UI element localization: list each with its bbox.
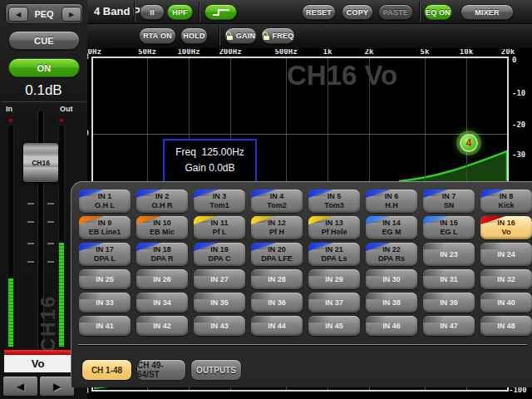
- channel-button[interactable]: IN 20 DPA LFE: [251, 243, 303, 266]
- out-meter-label: Out: [60, 105, 73, 113]
- channel-button[interactable]: IN 31: [423, 269, 475, 289]
- channel-on-button[interactable]: ON: [8, 58, 80, 77]
- cue-button[interactable]: CUE: [8, 31, 80, 50]
- channel-button[interactable]: IN 10 EB Mic: [136, 216, 188, 239]
- mixer-button[interactable]: MIXER: [461, 4, 514, 20]
- channel-id: IN 18: [153, 245, 171, 254]
- channel-id: IN 36: [268, 298, 286, 308]
- channel-id: IN 48: [497, 322, 515, 331]
- channel-id: IN 9: [98, 219, 112, 228]
- divider: [419, 2, 420, 22]
- hold-label: HOLD: [183, 32, 204, 40]
- eq-type-button[interactable]: [204, 4, 237, 20]
- divider: [78, 344, 527, 345]
- channel-button[interactable]: IN 34: [136, 293, 188, 313]
- channel-button[interactable]: IN 19 DPA C: [194, 243, 245, 266]
- channel-button[interactable]: IN 15 EG L: [423, 216, 475, 239]
- channel-id: IN 4: [270, 192, 284, 201]
- hpf-button[interactable]: HPF: [167, 4, 193, 20]
- channel-button[interactable]: IN 24: [480, 243, 532, 266]
- channel-button[interactable]: IN 3 Tom1: [194, 190, 245, 213]
- channel-button[interactable]: IN 8 Kick: [480, 190, 532, 213]
- channel-button[interactable]: IN 17 DPA L: [79, 243, 131, 266]
- channel-button[interactable]: IN 12 Pf H: [251, 216, 303, 239]
- channel-id: IN 26: [153, 275, 171, 284]
- copy-button[interactable]: COPY: [342, 4, 373, 20]
- bank-tab[interactable]: CH 49-64/ST: [136, 359, 186, 381]
- channel-button[interactable]: IN 35: [194, 293, 245, 313]
- channel-name: DPA L: [94, 254, 116, 264]
- channel-button[interactable]: IN 38: [366, 293, 417, 313]
- channel-button[interactable]: IN 14 EG M: [366, 216, 417, 239]
- channel-button[interactable]: IN 30: [366, 269, 417, 289]
- channel-button[interactable]: IN 7 SN: [423, 190, 475, 213]
- channel-name-tag: Vo: [4, 355, 71, 372]
- bank-tab[interactable]: CH 1-48: [81, 359, 132, 381]
- channel-button[interactable]: IN 43: [194, 316, 245, 336]
- next-screen-button[interactable]: ▶: [62, 7, 81, 22]
- channel-button[interactable]: IN 9 EB Line1: [79, 216, 131, 239]
- channel-button[interactable]: IN 33: [79, 293, 131, 313]
- fader-knob[interactable]: CH16: [23, 143, 58, 182]
- channel-button[interactable]: IN 18 DPA R: [136, 243, 188, 266]
- channel-button[interactable]: IN 26: [136, 269, 188, 289]
- channel-button[interactable]: IN 16 Vo: [480, 216, 532, 239]
- band-freq-value: Freq 125.00Hz: [175, 146, 244, 158]
- channel-id: IN 25: [96, 275, 114, 284]
- channel-button[interactable]: IN 36: [251, 293, 303, 313]
- band-info-box: Freq 125.00HzGain 0.0dB: [163, 139, 257, 185]
- fader-gain-value: 0.1dB: [0, 82, 87, 99]
- cue-label: CUE: [34, 36, 54, 46]
- channel-button[interactable]: IN 48: [480, 316, 532, 336]
- channel-id: IN 19: [210, 245, 229, 254]
- channel-id: IN 1: [98, 192, 112, 201]
- channel-id: IN 28: [268, 275, 286, 284]
- channel-button[interactable]: IN 21 DPA Ls: [308, 243, 360, 266]
- channel-button[interactable]: IN 39: [423, 293, 475, 313]
- channel-button[interactable]: IN 5 Tom3: [308, 190, 360, 213]
- reset-button[interactable]: RESET: [302, 4, 336, 20]
- channel-button[interactable]: IN 29: [308, 269, 360, 289]
- channel-button[interactable]: IN 11 Pf L: [194, 216, 245, 239]
- channel-button[interactable]: IN 13 Pf Hole: [308, 216, 360, 239]
- channel-watermark: CH16 Vo: [287, 60, 397, 91]
- channel-button[interactable]: IN 23: [423, 243, 475, 266]
- channel-button[interactable]: IN 37: [308, 293, 360, 313]
- prev-channel-button[interactable]: ◀: [2, 376, 38, 397]
- rta-on-button[interactable]: RTA ON: [139, 27, 176, 44]
- divider: [219, 26, 219, 46]
- channel-button[interactable]: IN 46: [366, 316, 417, 336]
- channel-name: Tom3: [324, 201, 343, 210]
- channel-id: IN 22: [382, 245, 401, 254]
- channel-id: IN 16: [497, 219, 515, 228]
- eq-on-button[interactable]: EQ ON: [424, 4, 452, 20]
- paste-button[interactable]: PASTE: [378, 4, 413, 20]
- channel-button[interactable]: IN 47: [423, 316, 475, 336]
- freq-lock-button[interactable]: FREQ: [261, 27, 295, 44]
- channel-id: IN 32: [497, 275, 515, 284]
- hold-button[interactable]: HOLD: [180, 27, 208, 44]
- channel-button[interactable]: IN 40: [480, 293, 532, 313]
- channel-name: DPA LFE: [261, 254, 293, 264]
- channel-id: IN 24: [497, 250, 515, 259]
- channel-button[interactable]: IN 28: [251, 269, 303, 289]
- channel-button[interactable]: IN 22 DPA Rs: [366, 243, 417, 266]
- channel-button[interactable]: IN 1 O.H L: [79, 190, 131, 213]
- channel-button[interactable]: IN 41: [79, 316, 131, 336]
- gain-lock-button[interactable]: GAIN: [224, 27, 257, 44]
- next-channel-button[interactable]: ▶: [39, 376, 75, 397]
- channel-button[interactable]: IN 44: [251, 316, 303, 336]
- channel-button[interactable]: IN 4 Tom2: [251, 190, 303, 213]
- compare-button[interactable]: II: [140, 4, 165, 20]
- band-4-marker[interactable]: 4: [460, 134, 478, 152]
- channel-button[interactable]: IN 32: [480, 269, 532, 289]
- channel-button[interactable]: IN 42: [136, 316, 188, 336]
- channel-button[interactable]: IN 2 O.H R: [136, 190, 188, 213]
- channel-name: Tom1: [209, 201, 229, 210]
- bank-tab[interactable]: OUTPUTS: [190, 359, 242, 381]
- channel-button[interactable]: IN 25: [79, 269, 131, 289]
- channel-button[interactable]: IN 6 H.H: [366, 190, 417, 213]
- channel-button[interactable]: IN 45: [308, 316, 360, 336]
- channel-button[interactable]: IN 27: [194, 269, 245, 289]
- channel-id: IN 20: [268, 245, 286, 254]
